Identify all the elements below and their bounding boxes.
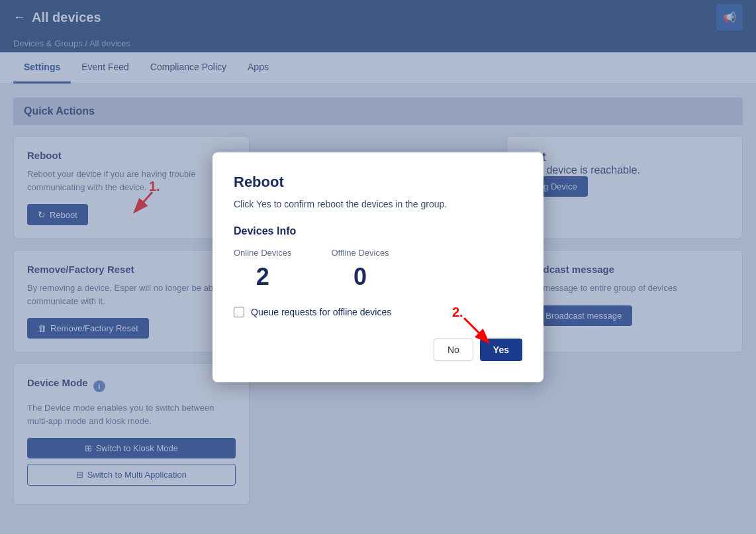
offline-count: 0 — [354, 263, 367, 291]
devices-info-title: Devices Info — [234, 225, 522, 237]
modal-title: Reboot — [234, 174, 522, 191]
queue-checkbox[interactable] — [234, 307, 244, 317]
online-count: 2 — [256, 263, 269, 291]
modal-actions: No Yes — [234, 339, 522, 361]
reboot-modal: Reboot Click Yes to confirm reboot the d… — [213, 152, 543, 382]
no-button[interactable]: No — [434, 339, 473, 361]
offline-stat: Offline Devices 0 — [331, 248, 389, 291]
modal-subtitle: Click Yes to confirm reboot the devices … — [234, 199, 522, 209]
page-wrapper: ← All devices 📢 Devices & Groups / All d… — [0, 0, 756, 534]
devices-stats: Online Devices 2 Offline Devices 0 — [234, 248, 522, 291]
modal-overlay: Reboot Click Yes to confirm reboot the d… — [0, 0, 756, 534]
yes-button[interactable]: Yes — [480, 339, 522, 361]
svg-line-3 — [464, 318, 487, 341]
online-label: Online Devices — [234, 248, 291, 258]
online-stat: Online Devices 2 — [234, 248, 291, 291]
queue-checkbox-row: Queue requests for offline devices — [234, 307, 522, 317]
queue-label: Queue requests for offline devices — [251, 307, 391, 317]
offline-label: Offline Devices — [331, 248, 389, 258]
